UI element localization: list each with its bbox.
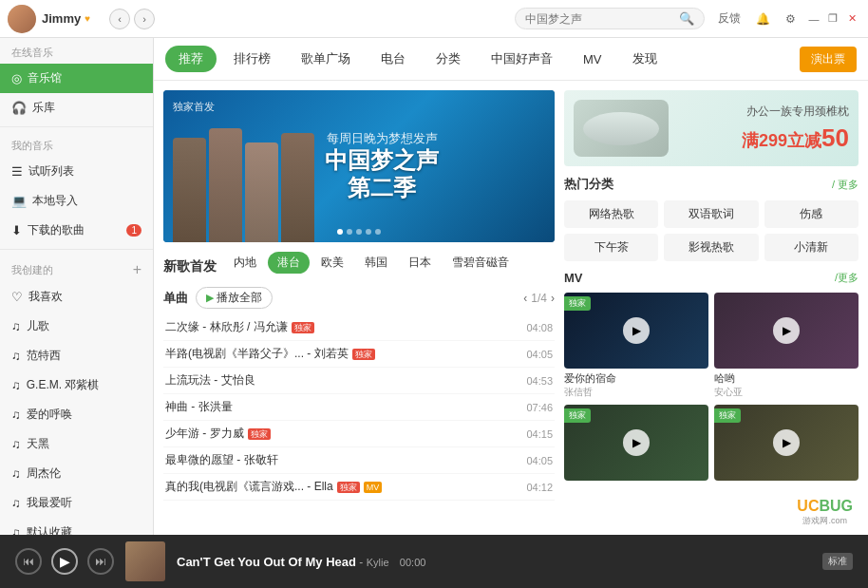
sidebar-item-music-hall[interactable]: ◎ 音乐馆 <box>0 64 153 93</box>
minimize-button[interactable]: — <box>805 10 822 28</box>
mv-play-overlay-4[interactable]: ▶ <box>773 429 800 456</box>
mv-thumb-3: 独家 ▶ <box>564 405 708 481</box>
tab-mv[interactable]: MV <box>570 47 615 71</box>
sidebar-label-jay: 周杰伦 <box>27 465 61 482</box>
gem-icon: ♫ <box>11 378 21 392</box>
sidebar-item-favorites[interactable]: ♡ 我喜欢 <box>0 282 153 312</box>
songs-tab-sprite[interactable]: 雪碧音磁音 <box>443 252 519 274</box>
player-thumbnail <box>125 541 165 581</box>
main-layout: 在线音乐 ◎ 音乐馆 🎧 乐库 我的音乐 ☰ 试听列表 💻 本地导入 ⬇ 下载的… <box>0 38 868 535</box>
songs-tab-korea[interactable]: 韩国 <box>355 252 397 274</box>
song-item-7[interactable]: 真的我(电视剧《谎言游戏... - Ella独家MV 04:12 <box>163 474 555 501</box>
tab-recommend[interactable]: 推荐 <box>165 46 217 72</box>
settings-icon[interactable]: ⚙ <box>782 10 800 28</box>
library-icon: 🎧 <box>11 101 27 115</box>
sidebar-item-library[interactable]: 🎧 乐库 <box>0 93 153 123</box>
quality-button[interactable]: 标准 <box>822 553 853 570</box>
mv-play-overlay-3[interactable]: ▶ <box>623 429 650 456</box>
concert-button[interactable]: 演出票 <box>800 47 857 72</box>
song-item-5[interactable]: 少年游 - 罗力威独家 04:15 <box>163 421 555 447</box>
mv-play-overlay-1[interactable]: ▶ <box>623 317 650 344</box>
tab-category[interactable]: 分类 <box>423 46 474 72</box>
mv-item-1[interactable]: 独家 ▶ 爱你的宿命 张信哲 <box>564 293 708 399</box>
page-next-button[interactable]: › <box>551 292 555 305</box>
play-all-button[interactable]: ▶ 播放全部 <box>196 287 273 309</box>
nav-back-button[interactable]: ‹ <box>109 9 130 29</box>
nav-forward-button[interactable]: › <box>134 9 155 29</box>
sidebar-item-night[interactable]: ♫ 天黑 <box>0 429 153 459</box>
song-item-6[interactable]: 最卑微的愿望 - 张敬轩 04:05 <box>163 447 555 474</box>
dot-2 <box>347 229 352 235</box>
sidebar-item-love-call[interactable]: ♫ 爱的呼唤 <box>0 400 153 429</box>
download-badge: 1 <box>126 224 142 237</box>
sidebar-item-jay[interactable]: ♫ 周杰伦 <box>0 459 153 488</box>
tab-playlist[interactable]: 歌单广场 <box>288 46 364 72</box>
tab-radio[interactable]: 电台 <box>368 46 419 72</box>
tab-discover[interactable]: 发现 <box>619 46 670 72</box>
song-name-7: 真的我(电视剧《谎言游戏... - Ella独家MV <box>165 479 526 495</box>
songs-tab-japan[interactable]: 日本 <box>399 252 441 274</box>
mv-item-3[interactable]: 独家 ▶ <box>564 405 708 505</box>
mv-item-2[interactable]: ▶ 哈哟 安心亚 <box>714 293 859 399</box>
sidebar-item-children[interactable]: ♫ 儿歌 <box>0 312 153 341</box>
ad-price: 满299立减50 <box>742 123 849 153</box>
mv-artist-3 <box>564 495 708 505</box>
sidebar-item-local-import[interactable]: 💻 本地导入 <box>0 186 153 216</box>
add-playlist-button[interactable]: + <box>133 261 142 278</box>
mv-item-4[interactable]: 独家 ▶ <box>714 405 859 505</box>
prev-button[interactable]: ⏮ <box>15 548 42 575</box>
song-item-3[interactable]: 上流玩法 - 艾怡良 04:53 <box>163 368 555 394</box>
songs-tab-mainland[interactable]: 内地 <box>224 252 266 274</box>
dot-1 <box>337 229 343 235</box>
bell-icon[interactable]: 🔔 <box>752 10 774 28</box>
mv-play-overlay-2[interactable]: ▶ <box>773 317 800 344</box>
mv-grid: 独家 ▶ 爱你的宿命 张信哲 ▶ 哈哟 安心亚 <box>564 293 859 505</box>
banner: 独家首发 每周日晚为梦想发声 中国梦之声 第二季 <box>163 90 555 242</box>
cat-item-3[interactable]: 伤感 <box>764 200 859 228</box>
sidebar-label-library: 乐库 <box>32 100 55 116</box>
search-input[interactable] <box>525 12 679 26</box>
cat-item-2[interactable]: 双语歌词 <box>664 200 758 228</box>
song-item-1[interactable]: 二次缘 - 林欣彤 / 冯允谦独家 04:08 <box>163 314 555 341</box>
song-item-2[interactable]: 半路(电视剧《半路父子》... - 刘若英独家 04:05 <box>163 341 555 368</box>
sidebar-item-fanti[interactable]: ♫ 范特西 <box>0 341 153 370</box>
sidebar-item-gem[interactable]: ♫ G.E.M. 邓紫棋 <box>0 370 153 400</box>
banner-subtitle: 每周日晚为梦想发声 <box>325 130 439 147</box>
avatar <box>8 5 36 33</box>
cat-item-1[interactable]: 网络热歌 <box>564 200 658 228</box>
sidebar-item-default-collect[interactable]: ♫ 默认收藏 <box>0 518 153 535</box>
dot-3 <box>356 229 362 235</box>
songs-tab-western[interactable]: 欧美 <box>311 252 353 274</box>
ad-title: 办公一族专用颈椎枕 <box>742 104 849 120</box>
cat-item-4[interactable]: 下午茶 <box>564 234 658 261</box>
new-songs-header: 新歌首发 内地 港台 欧美 韩国 日本 雪碧音磁音 <box>163 252 555 281</box>
watermark: UCBUG 游戏网.com <box>791 494 859 531</box>
mv-header: MV /更多 <box>564 271 859 285</box>
local-icon: 💻 <box>11 194 27 208</box>
cat-item-5[interactable]: 影视热歌 <box>664 234 758 261</box>
mv-exclusive-badge-1: 独家 <box>564 296 591 311</box>
song-item-4[interactable]: 神曲 - 张洪量 07:46 <box>163 394 555 421</box>
next-button[interactable]: ⏭ <box>87 548 114 575</box>
sidebar-item-try-list[interactable]: ☰ 试听列表 <box>0 157 153 186</box>
sidebar-label-love-listen: 我最爱听 <box>27 495 72 511</box>
song-badge-7: 独家 <box>337 482 360 493</box>
restore-button[interactable]: ❐ <box>824 10 841 28</box>
window-controls: — ❐ ✕ <box>805 10 860 28</box>
hot-cats-more[interactable]: / 更多 <box>832 178 859 192</box>
feedback-button[interactable]: 反馈 <box>714 9 745 28</box>
page-prev-button[interactable]: ‹ <box>523 292 527 305</box>
close-button[interactable]: ✕ <box>843 10 860 28</box>
sidebar-item-downloads[interactable]: ⬇ 下载的歌曲 1 <box>0 216 153 245</box>
song-badge-1: 独家 <box>292 322 314 333</box>
search-icon[interactable]: 🔍 <box>679 11 694 26</box>
play-button[interactable]: ▶ <box>51 548 78 575</box>
tab-china-voice[interactable]: 中国好声音 <box>478 46 566 72</box>
mv-more[interactable]: /更多 <box>835 271 859 285</box>
cat-item-6[interactable]: 小清新 <box>764 234 859 261</box>
tab-charts[interactable]: 排行榜 <box>220 46 284 72</box>
pagination: ‹ 1/4 › <box>523 292 555 305</box>
mv-name-1: 爱你的宿命 <box>564 371 708 386</box>
songs-tab-hktw[interactable]: 港台 <box>268 252 310 274</box>
sidebar-item-love-listen[interactable]: ♫ 我最爱听 <box>0 488 153 518</box>
